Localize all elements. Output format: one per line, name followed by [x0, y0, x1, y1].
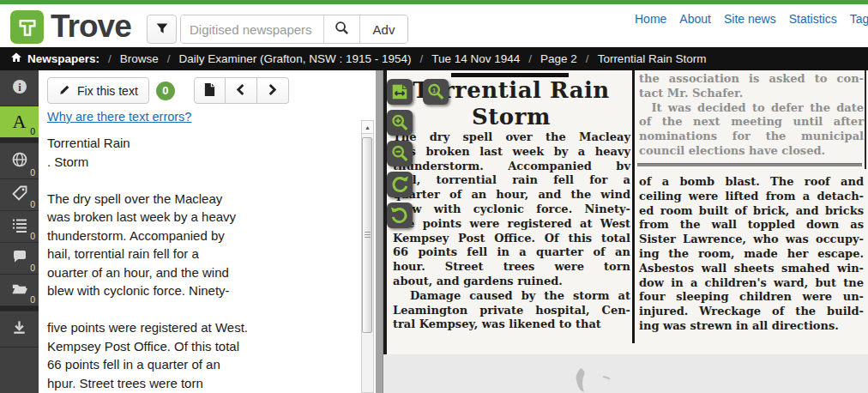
- scrollbar-grip: [365, 232, 371, 239]
- sidebar-item-download[interactable]: [0, 311, 39, 348]
- nav-link[interactable]: Statistics: [789, 12, 837, 26]
- newspaper-line: was broken last week by a heavy: [393, 145, 630, 160]
- ocr-line: hail, torrential rain fell for a: [47, 245, 356, 263]
- ocr-line: 66 points fell in a quarter of an: [47, 355, 356, 374]
- actual-size-button[interactable]: 1: [423, 79, 449, 105]
- zoom-actual-size-icon: 1: [426, 82, 445, 101]
- next-article-button[interactable]: [257, 77, 289, 104]
- nav-link[interactable]: Tags: [850, 12, 868, 26]
- newspaper-line: Sister Lawrence, who was occupy-: [639, 233, 864, 247]
- folder-icon: [10, 280, 28, 301]
- newspaper-line: injured. Wreckage of the build-: [639, 305, 864, 319]
- rotate-anticlockwise-icon: [390, 206, 409, 225]
- newspaper-line: Leamington private hospital, Cen-: [393, 304, 630, 318]
- ocr-article-text[interactable]: Torrential Rain. StormThe dry spell over…: [47, 134, 356, 393]
- sidebar-item-text-corrections[interactable]: A 0: [0, 106, 39, 138]
- sidebar-item-comments[interactable]: 0: [0, 243, 39, 275]
- breadcrumb-link[interactable]: Daily Examiner (Grafton, NSW : 1915 - 19…: [179, 52, 412, 65]
- text-errors-help-link[interactable]: Why are there text errors?: [47, 110, 191, 124]
- tags-count-badge: 0: [30, 199, 35, 209]
- ocr-line: five points were registered at West.: [47, 318, 356, 337]
- zoom-in-button[interactable]: [387, 110, 413, 136]
- correction-toolbar: Fix this text 0: [47, 77, 289, 104]
- newspaper-line: It was decided to defer the date: [639, 101, 864, 116]
- zoom-in-icon: [390, 113, 409, 132]
- article-nav-group: [194, 77, 289, 104]
- sidebar-item-cite[interactable]: 0: [0, 143, 39, 179]
- scrollbar-up-arrow[interactable]: ▲: [361, 120, 374, 134]
- breadcrumb-link[interactable]: Page 2: [540, 52, 577, 65]
- breadcrumb-separator: /: [108, 52, 112, 65]
- ocr-line: The dry spell over the Macleay: [47, 190, 356, 209]
- newspaper-right-edge-rule: [865, 70, 866, 169]
- search-filter-button[interactable]: [147, 15, 177, 44]
- download-icon: [11, 319, 27, 339]
- list-icon: [11, 216, 28, 237]
- next-page-smudge: [565, 366, 617, 393]
- zoom-out-button[interactable]: [387, 141, 413, 166]
- newspaper-line: council elections have closed.: [639, 144, 864, 159]
- newspaper-line: tral Kempsey, was likened to that: [393, 317, 630, 332]
- corrections-count-badge: 0: [30, 126, 35, 136]
- newspaper-line: ed room built of brick, and bricks: [639, 204, 864, 219]
- newspaper-line: thunderstorm. Accompanied bv: [393, 160, 630, 174]
- sidebar-item-info[interactable]: i: [0, 70, 39, 106]
- collections-count-badge: 0: [30, 294, 35, 305]
- newspaper-line: of the next meeting until after: [639, 115, 864, 130]
- breadcrumb-link[interactable]: Browse: [120, 52, 159, 65]
- trove-wordmark: Trove: [51, 9, 131, 45]
- text-panel-scrollbar[interactable]: ▲: [361, 120, 374, 393]
- whole-page-button[interactable]: [194, 77, 226, 104]
- zoom-out-icon: [390, 144, 409, 163]
- fit-width-button[interactable]: [387, 79, 413, 105]
- newspaper-line: dow in a children's ward, but tne: [639, 276, 864, 291]
- search-input[interactable]: [181, 15, 323, 43]
- newspaper-line: blew with cyclonic force. Ninety-: [393, 203, 630, 217]
- page-image-viewer: Torrential Rain Storm The dry spell over…: [383, 70, 868, 393]
- breadcrumb-link[interactable]: Torrential Rain Storm: [598, 52, 707, 65]
- sidebar-item-lists[interactable]: 0: [0, 211, 39, 243]
- ocr-line: . Storm: [47, 153, 356, 172]
- rotate-clockwise-button[interactable]: [387, 172, 413, 197]
- sidebar-item-tags[interactable]: 0: [0, 179, 39, 211]
- pencil-icon: [58, 83, 71, 99]
- search-button[interactable]: [323, 15, 359, 43]
- trove-logo[interactable]: Trove: [10, 9, 131, 45]
- ocr-line: thunderstorm. Accompanied by: [47, 227, 356, 245]
- newspaper-line: The dry spell over the Macleay: [393, 130, 630, 145]
- advanced-search-button[interactable]: Adv: [359, 15, 407, 43]
- newspaper-section-rule: [637, 163, 862, 166]
- newspaper-line: five points were registered at West: [393, 217, 630, 232]
- fix-this-text-button[interactable]: Fix this text: [47, 77, 149, 104]
- ocr-line: [47, 171, 356, 190]
- info-icon: i: [11, 78, 28, 99]
- nav-link[interactable]: Site news: [724, 12, 776, 26]
- newspaper-line: ceiling were lifted from a detach-: [639, 190, 864, 204]
- newspaper-line: tact Mr. Schafer.: [639, 87, 864, 101]
- nav-link[interactable]: About: [679, 12, 711, 26]
- search-bar: Adv: [180, 15, 408, 44]
- home-icon[interactable]: [10, 51, 22, 66]
- ocr-line: ouarter of an hour, and the wind: [47, 263, 356, 282]
- lists-count-badge: 0: [30, 231, 35, 241]
- chevron-right-icon: [267, 83, 278, 99]
- breadcrumb-separator: /: [528, 52, 532, 65]
- fit-width-icon: [390, 82, 409, 101]
- breadcrumb-link[interactable]: Tue 14 Nov 1944: [431, 52, 520, 65]
- newspaper-scan[interactable]: Torrential Rain Storm The dry spell over…: [383, 70, 868, 354]
- nav-link[interactable]: Home: [635, 12, 666, 26]
- rotate-anticlockwise-button[interactable]: [387, 203, 413, 228]
- breadcrumb-separator: /: [586, 52, 589, 65]
- newspaper-line: the association is asked to con-: [639, 72, 864, 87]
- scrollbar-thumb[interactable]: [362, 137, 372, 333]
- sidebar-item-collections[interactable]: 0: [0, 275, 39, 306]
- fix-count-badge: 0: [156, 82, 175, 100]
- svg-text:i: i: [18, 81, 21, 93]
- breadcrumb-section[interactable]: Newspapers:: [27, 52, 99, 65]
- newspaper-line: quarter of an hour, and the wind: [393, 188, 630, 203]
- previous-article-button[interactable]: [226, 77, 257, 104]
- rotate-clockwise-icon: [390, 175, 409, 194]
- panel-divider[interactable]: [376, 70, 383, 393]
- site-nav: HomeAboutSite newsStatisticsTagsHelp: [635, 12, 868, 26]
- newspaper-line: nominations for the municipal: [639, 130, 864, 144]
